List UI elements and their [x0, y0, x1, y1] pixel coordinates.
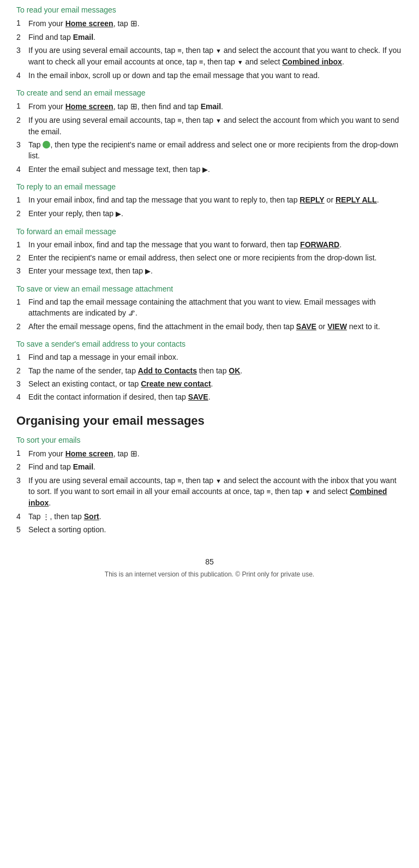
list-item: 1 From your Home screen, tap ⊞.: [16, 448, 403, 460]
list-text: In your email inbox, find and tap the me…: [28, 194, 379, 205]
list-number: 3: [16, 265, 28, 277]
list-text: Edit the contact information if desired,…: [28, 391, 211, 402]
list-number: 1: [16, 296, 28, 319]
list-number: 5: [16, 524, 28, 535]
list-number: 1: [16, 194, 28, 205]
list-item: 3 Enter your message text, then tap ▶.: [16, 265, 403, 277]
list-item: 2 Find and tap Email.: [16, 32, 403, 43]
list-text: In the email inbox, scroll up or down an…: [28, 70, 320, 81]
list-text: Enter your reply, then tap ▶.: [28, 208, 123, 219]
list-number: 4: [16, 511, 28, 522]
list-number: 2: [16, 32, 28, 43]
list-text: If you are using several email accounts,…: [28, 475, 403, 509]
list-item: 4 Edit the contact information if desire…: [16, 391, 403, 402]
list-text: Find and tap the email message containin…: [28, 296, 403, 319]
list-number: 3: [16, 45, 28, 68]
list-text: From your Home screen, tap ⊞.: [28, 17, 140, 29]
page-content: To read your email messages 1 From your …: [16, 5, 403, 584]
list-save-sender-contact: 1 Find and tap a message in your email i…: [16, 352, 403, 402]
footer-note: This is an internet version of this publ…: [105, 570, 314, 578]
heading-reply-email: To reply to an email message: [16, 182, 403, 191]
list-item: 4 In the email inbox, scroll up or down …: [16, 70, 403, 81]
list-item: 3 Select an existing contact, or tap Cre…: [16, 378, 403, 389]
list-item: 3 Tap , then type the recipient's name o…: [16, 139, 403, 162]
list-forward-email: 1 In your email inbox, find and tap the …: [16, 239, 403, 277]
list-text: Select a sorting option.: [28, 524, 106, 535]
list-text: Enter your message text, then tap ▶.: [28, 265, 153, 277]
list-sort-emails: 1 From your Home screen, tap ⊞. 2 Find a…: [16, 448, 403, 536]
list-text: If you are using several email accounts,…: [28, 115, 403, 137]
list-text: Tap ⋮, then tap Sort.: [28, 511, 101, 522]
list-text: From your Home screen, tap ⊞, then find …: [28, 100, 223, 112]
list-item: 1 From your Home screen, tap ⊞, then fin…: [16, 100, 403, 112]
list-text: Select an existing contact, or tap Creat…: [28, 378, 213, 389]
list-number: 1: [16, 352, 28, 362]
list-number: 1: [16, 17, 28, 29]
list-text: Find and tap Email.: [28, 461, 95, 472]
list-number: 2: [16, 321, 28, 332]
list-item: 5 Select a sorting option.: [16, 524, 403, 535]
list-number: 1: [16, 239, 28, 250]
list-text: Tap the name of the sender, tap Add to C…: [28, 365, 242, 376]
list-item: 1 From your Home screen, tap ⊞.: [16, 17, 403, 29]
page-footer: 85 This is an internet version of this p…: [16, 557, 403, 584]
list-number: 1: [16, 448, 28, 460]
page-number: 85: [16, 557, 403, 566]
list-item: 1 In your email inbox, find and tap the …: [16, 194, 403, 205]
list-item: 4 Enter the email subject and message te…: [16, 164, 403, 175]
list-number: 2: [16, 252, 28, 263]
list-number: 1: [16, 100, 28, 112]
list-number: 3: [16, 475, 28, 509]
list-text: In your email inbox, find and tap the me…: [28, 239, 342, 250]
list-text: Tap , then type the recipient's name or …: [28, 139, 403, 162]
list-text: From your Home screen, tap ⊞.: [28, 448, 140, 460]
list-number: 2: [16, 208, 28, 219]
list-number: 4: [16, 391, 28, 402]
list-item: 2 Enter your reply, then tap ▶.: [16, 208, 403, 219]
list-read-email: 1 From your Home screen, tap ⊞. 2 Find a…: [16, 17, 403, 81]
list-number: 2: [16, 365, 28, 376]
list-reply-email: 1 In your email inbox, find and tap the …: [16, 194, 403, 219]
list-item: 3 If you are using several email account…: [16, 45, 403, 68]
list-item: 1 Find and tap a message in your email i…: [16, 352, 403, 362]
list-item: 1 In your email inbox, find and tap the …: [16, 239, 403, 250]
list-item: 2 After the email message opens, find th…: [16, 321, 403, 332]
list-item: 3 If you are using several email account…: [16, 475, 403, 509]
list-text: Enter the recipient's name or email addr…: [28, 252, 376, 263]
list-text: After the email message opens, find the …: [28, 321, 380, 332]
list-item: 2 Enter the recipient's name or email ad…: [16, 252, 403, 263]
list-text: Find and tap Email.: [28, 32, 95, 43]
list-text: Find and tap a message in your email inb…: [28, 352, 178, 362]
list-save-view-attachment: 1 Find and tap the email message contain…: [16, 296, 403, 332]
list-number: 2: [16, 115, 28, 137]
list-number: 2: [16, 461, 28, 472]
list-text: If you are using several email accounts,…: [28, 45, 403, 68]
list-item: 2 Tap the name of the sender, tap Add to…: [16, 365, 403, 376]
list-item: 2 Find and tap Email.: [16, 461, 403, 472]
list-create-send: 1 From your Home screen, tap ⊞, then fin…: [16, 100, 403, 175]
list-number: 4: [16, 164, 28, 175]
heading-sort-emails: To sort your emails: [16, 436, 403, 444]
list-number: 3: [16, 139, 28, 162]
heading-save-sender-contact: To save a sender's email address to your…: [16, 340, 403, 348]
list-item: 1 Find and tap the email message contain…: [16, 296, 403, 319]
list-item: 2 If you are using several email account…: [16, 115, 403, 137]
heading-read-email: To read your email messages: [16, 5, 403, 14]
large-section-title: Organising your email messages: [16, 414, 403, 428]
list-text: Enter the email subject and message text…: [28, 164, 210, 175]
heading-create-send: To create and send an email message: [16, 88, 403, 97]
list-item: 4 Tap ⋮, then tap Sort.: [16, 511, 403, 522]
list-number: 4: [16, 70, 28, 81]
heading-forward-email: To forward an email message: [16, 227, 403, 236]
heading-save-view-attachment: To save or view an email message attachm…: [16, 284, 403, 293]
list-number: 3: [16, 378, 28, 389]
